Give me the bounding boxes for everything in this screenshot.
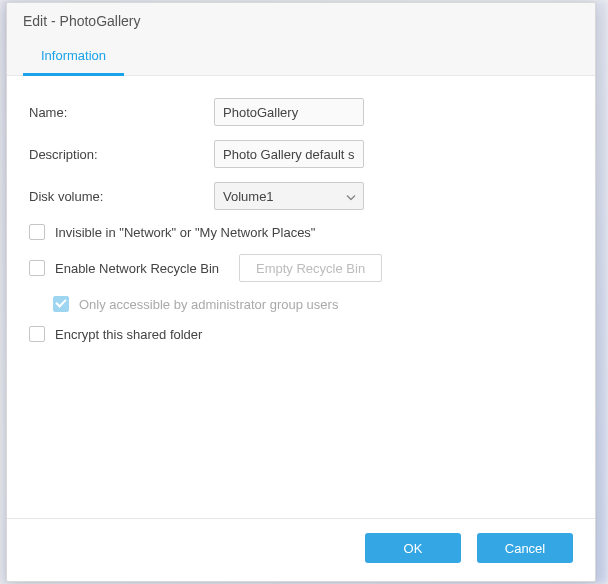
dialog-footer: OK Cancel bbox=[7, 518, 595, 581]
row-recycle: Enable Network Recycle Bin Empty Recycle… bbox=[29, 254, 573, 282]
invisible-checkbox[interactable] bbox=[29, 224, 45, 240]
empty-recycle-button: Empty Recycle Bin bbox=[239, 254, 382, 282]
edit-dialog: Edit - PhotoGallery Information Name: De… bbox=[6, 2, 596, 582]
recycle-label: Enable Network Recycle Bin bbox=[55, 261, 219, 276]
admin-only-checkbox bbox=[53, 296, 69, 312]
dialog-title: Edit - PhotoGallery bbox=[23, 13, 579, 39]
cancel-button[interactable]: Cancel bbox=[477, 533, 573, 563]
titlebar: Edit - PhotoGallery Information bbox=[7, 3, 595, 76]
row-description: Description: bbox=[29, 140, 573, 168]
row-invisible: Invisible in "Network" or "My Network Pl… bbox=[29, 224, 573, 240]
name-input[interactable] bbox=[214, 98, 364, 126]
invisible-label: Invisible in "Network" or "My Network Pl… bbox=[55, 225, 315, 240]
row-admin-only: Only accessible by administrator group u… bbox=[53, 296, 573, 312]
disk-volume-select[interactable] bbox=[214, 182, 364, 210]
description-label: Description: bbox=[29, 147, 214, 162]
encrypt-checkbox[interactable] bbox=[29, 326, 45, 342]
description-input[interactable] bbox=[214, 140, 364, 168]
name-label: Name: bbox=[29, 105, 214, 120]
row-name: Name: bbox=[29, 98, 573, 126]
tab-bar: Information bbox=[23, 39, 579, 75]
tab-information[interactable]: Information bbox=[23, 40, 124, 76]
row-encrypt: Encrypt this shared folder bbox=[29, 326, 573, 342]
disk-volume-select-wrap bbox=[214, 182, 364, 210]
recycle-checkbox[interactable] bbox=[29, 260, 45, 276]
encrypt-label: Encrypt this shared folder bbox=[55, 327, 202, 342]
disk-volume-label: Disk volume: bbox=[29, 189, 214, 204]
dialog-content: Name: Description: Disk volume: Invisibl… bbox=[7, 76, 595, 518]
row-disk-volume: Disk volume: bbox=[29, 182, 573, 210]
admin-only-label: Only accessible by administrator group u… bbox=[79, 297, 338, 312]
ok-button[interactable]: OK bbox=[365, 533, 461, 563]
